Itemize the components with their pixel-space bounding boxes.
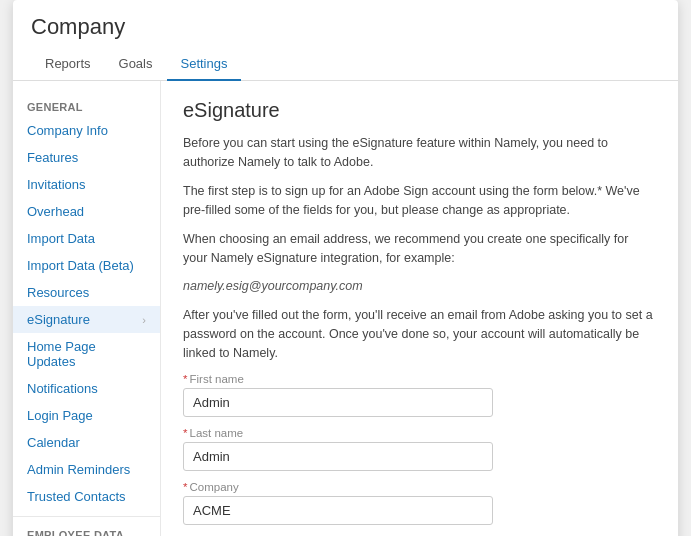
tab-settings[interactable]: Settings [167, 48, 242, 81]
body-container: General Company Info Features Invitation… [13, 81, 678, 536]
sidebar-section-general: General [13, 95, 160, 117]
esignature-form: *First name *Last name *Company [183, 373, 656, 536]
sidebar-item-notifications[interactable]: Notifications [13, 375, 160, 402]
intro-paragraph-2: The first step is to sign up for an Adob… [183, 182, 656, 221]
tab-goals[interactable]: Goals [105, 48, 167, 81]
sidebar-item-trusted-contacts[interactable]: Trusted Contacts [13, 483, 160, 510]
company-input[interactable] [183, 496, 493, 525]
sidebar-item-company-info[interactable]: Company Info [13, 117, 160, 144]
tab-bar: Reports Goals Settings [31, 48, 660, 80]
required-indicator: * [183, 373, 187, 385]
sidebar-item-home-page-updates[interactable]: Home Page Updates [13, 333, 160, 375]
main-content: eSignature Before you can start using th… [161, 81, 678, 536]
intro-paragraph-1: Before you can start using the eSignatur… [183, 134, 656, 173]
sidebar-divider [13, 516, 160, 517]
sidebar-section-employee-data: Employee Data [13, 523, 160, 536]
section-title: eSignature [183, 99, 656, 122]
sidebar-item-calendar[interactable]: Calendar [13, 429, 160, 456]
first-name-label: *First name [183, 373, 656, 385]
required-indicator: * [183, 481, 187, 493]
last-name-input[interactable] [183, 442, 493, 471]
sidebar-item-admin-reminders[interactable]: Admin Reminders [13, 456, 160, 483]
sidebar-item-overhead[interactable]: Overhead [13, 198, 160, 225]
chevron-right-icon: › [142, 314, 146, 326]
last-name-group: *Last name [183, 427, 656, 471]
first-name-group: *First name [183, 373, 656, 417]
sidebar-item-resources[interactable]: Resources [13, 279, 160, 306]
sidebar: General Company Info Features Invitation… [13, 81, 161, 536]
intro-paragraph-3: When choosing an email address, we recom… [183, 230, 656, 269]
company-group: *Company [183, 481, 656, 525]
sidebar-item-esignature[interactable]: eSignature › [13, 306, 160, 333]
sidebar-item-import-data-beta[interactable]: Import Data (Beta) [13, 252, 160, 279]
sidebar-item-features[interactable]: Features [13, 144, 160, 171]
sidebar-item-invitations[interactable]: Invitations [13, 171, 160, 198]
page-title: Company [31, 14, 660, 40]
page-header: Company Reports Goals Settings [13, 0, 678, 81]
sidebar-item-login-page[interactable]: Login Page [13, 402, 160, 429]
email-example: namely.esig@yourcompany.com [183, 277, 656, 296]
last-name-label: *Last name [183, 427, 656, 439]
company-label: *Company [183, 481, 656, 493]
intro-paragraph-4: After you've filled out the form, you'll… [183, 306, 656, 364]
sidebar-item-import-data[interactable]: Import Data [13, 225, 160, 252]
first-name-input[interactable] [183, 388, 493, 417]
required-indicator: * [183, 427, 187, 439]
tab-reports[interactable]: Reports [31, 48, 105, 81]
